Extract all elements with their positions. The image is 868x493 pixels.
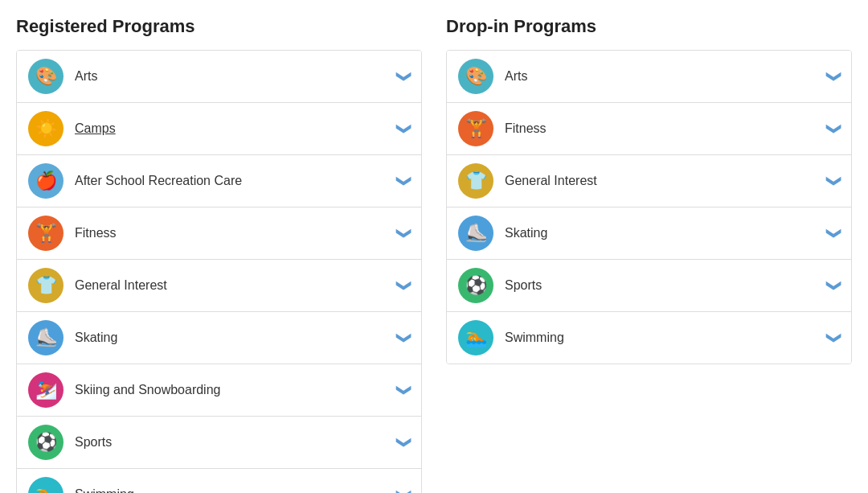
- dropin-title: Drop-in Programs: [446, 16, 852, 37]
- skiing-icon: ⛷️: [28, 372, 63, 408]
- fitness-icon: 🏋️: [458, 111, 493, 146]
- dropin-column: Drop-in Programs 🎨Arts❯🏋️Fitness❯👕Genera…: [446, 16, 852, 493]
- skiing-label: Skiing and Snowboarding: [75, 383, 398, 397]
- program-item-after-school[interactable]: 🍎After School Recreation Care❯: [17, 155, 421, 207]
- fitness-icon: 🏋️: [28, 216, 63, 251]
- camps-label: Camps: [75, 121, 398, 136]
- program-item-skating[interactable]: ⛸️Skating❯: [17, 312, 421, 364]
- after-school-icon: 🍎: [28, 163, 63, 199]
- registered-program-list: 🎨Arts❯☀️Camps❯🍎After School Recreation C…: [16, 50, 422, 493]
- sports-label: Sports: [505, 278, 828, 293]
- general-interest-label: General Interest: [505, 174, 828, 188]
- general-interest-label: General Interest: [75, 278, 398, 293]
- program-item-swimming[interactable]: 🏊Swimming❯: [447, 312, 851, 364]
- program-item-arts[interactable]: 🎨Arts❯: [447, 51, 851, 103]
- after-school-chevron[interactable]: ❯: [395, 175, 413, 187]
- sports-icon: ⚽: [28, 425, 63, 460]
- arts-icon: 🎨: [458, 59, 493, 94]
- program-item-sports[interactable]: ⚽Sports❯: [447, 260, 851, 312]
- after-school-label: After School Recreation Care: [75, 174, 398, 188]
- arts-label: Arts: [505, 69, 828, 84]
- sports-label: Sports: [75, 435, 398, 450]
- swimming-icon: 🏊: [28, 477, 63, 493]
- program-item-skating[interactable]: ⛸️Skating❯: [447, 207, 851, 260]
- registered-column: Registered Programs 🎨Arts❯☀️Camps❯🍎After…: [16, 16, 422, 493]
- fitness-chevron[interactable]: ❯: [395, 228, 413, 240]
- fitness-label: Fitness: [75, 226, 398, 240]
- swimming-label: Swimming: [505, 331, 828, 345]
- arts-chevron[interactable]: ❯: [825, 71, 843, 83]
- program-item-swimming[interactable]: 🏊Swimming❯: [17, 469, 421, 493]
- arts-icon: 🎨: [28, 59, 63, 94]
- program-item-camps[interactable]: ☀️Camps❯: [17, 103, 421, 155]
- sports-chevron[interactable]: ❯: [395, 437, 413, 449]
- skiing-chevron[interactable]: ❯: [395, 384, 413, 396]
- skating-label: Skating: [505, 226, 828, 240]
- fitness-chevron[interactable]: ❯: [825, 123, 843, 135]
- skating-icon: ⛸️: [458, 216, 493, 251]
- swimming-icon: 🏊: [458, 320, 493, 355]
- program-item-arts[interactable]: 🎨Arts❯: [17, 51, 421, 103]
- swimming-chevron[interactable]: ❯: [395, 489, 413, 494]
- general-interest-chevron[interactable]: ❯: [825, 175, 843, 187]
- main-layout: Registered Programs 🎨Arts❯☀️Camps❯🍎After…: [16, 16, 852, 493]
- skating-chevron[interactable]: ❯: [825, 228, 843, 240]
- arts-chevron[interactable]: ❯: [395, 71, 413, 83]
- program-item-general-interest[interactable]: 👕General Interest❯: [447, 155, 851, 207]
- skating-icon: ⛸️: [28, 320, 63, 355]
- camps-icon: ☀️: [28, 111, 63, 146]
- fitness-label: Fitness: [505, 121, 828, 136]
- program-item-general-interest[interactable]: 👕General Interest❯: [17, 260, 421, 312]
- arts-label: Arts: [75, 69, 398, 84]
- general-interest-chevron[interactable]: ❯: [395, 280, 413, 292]
- camps-chevron[interactable]: ❯: [395, 123, 413, 135]
- swimming-chevron[interactable]: ❯: [825, 332, 843, 344]
- swimming-label: Swimming: [75, 487, 398, 493]
- program-item-skiing[interactable]: ⛷️Skiing and Snowboarding❯: [17, 364, 421, 417]
- program-item-fitness[interactable]: 🏋️Fitness❯: [447, 103, 851, 155]
- sports-icon: ⚽: [458, 268, 493, 303]
- registered-title: Registered Programs: [16, 16, 422, 37]
- dropin-program-list: 🎨Arts❯🏋️Fitness❯👕General Interest❯⛸️Skat…: [446, 50, 852, 364]
- general-interest-icon: 👕: [28, 268, 63, 303]
- sports-chevron[interactable]: ❯: [825, 280, 843, 292]
- program-item-fitness[interactable]: 🏋️Fitness❯: [17, 207, 421, 260]
- skating-chevron[interactable]: ❯: [395, 332, 413, 344]
- general-interest-icon: 👕: [458, 163, 493, 199]
- skating-label: Skating: [75, 331, 398, 345]
- program-item-sports[interactable]: ⚽Sports❯: [17, 417, 421, 469]
